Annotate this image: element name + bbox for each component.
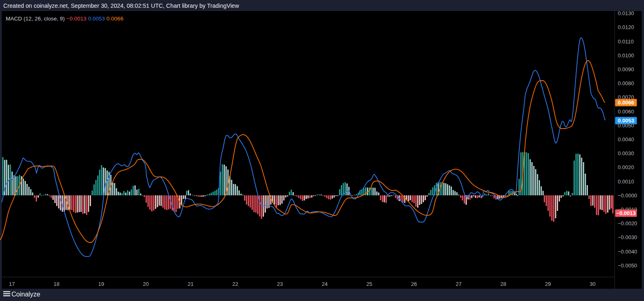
svg-text:26: 26 [411, 281, 417, 287]
svg-text:0.0090: 0.0090 [618, 66, 634, 72]
svg-text:19: 19 [98, 281, 104, 287]
svg-text:0.0053: 0.0053 [618, 118, 634, 124]
svg-text:MACD (12, 26, close, 9) −0.00: MACD (12, 26, close, 9) −0.0013 0.0053 0… [6, 16, 123, 22]
svg-text:17: 17 [9, 281, 15, 287]
svg-text:0.0020: 0.0020 [618, 164, 634, 170]
svg-text:−0.0000: −0.0000 [618, 192, 637, 199]
svg-text:21: 21 [188, 281, 193, 287]
svg-text:0.0120: 0.0120 [618, 24, 634, 30]
svg-text:0.0100: 0.0100 [618, 52, 634, 59]
svg-text:−0.0020: −0.0020 [618, 220, 637, 226]
svg-text:30: 30 [590, 281, 595, 287]
svg-text:Coinalyze: Coinalyze [11, 291, 40, 298]
svg-text:0.0080: 0.0080 [618, 80, 634, 86]
svg-text:0.0130: 0.0130 [618, 10, 634, 16]
svg-text:0.0030: 0.0030 [618, 150, 634, 156]
svg-text:0.0010: 0.0010 [618, 179, 634, 185]
svg-text:−0.0040: −0.0040 [618, 249, 637, 255]
svg-text:28: 28 [500, 281, 506, 287]
svg-text:20: 20 [143, 281, 149, 287]
svg-text:0.0060: 0.0060 [618, 109, 634, 115]
svg-text:−0.0030: −0.0030 [618, 234, 637, 240]
svg-text:−0.0013: −0.0013 [616, 210, 635, 216]
svg-text:0.0040: 0.0040 [618, 136, 634, 143]
svg-text:0.0066: 0.0066 [618, 100, 634, 106]
svg-text:22: 22 [232, 281, 238, 287]
svg-text:25: 25 [366, 281, 372, 287]
svg-text:Created on coinalyze.net, Sept: Created on coinalyze.net, September 30, … [3, 2, 239, 9]
svg-text:0.0110: 0.0110 [618, 38, 634, 45]
svg-text:29: 29 [545, 281, 551, 287]
svg-text:27: 27 [456, 281, 461, 287]
svg-text:−0.0050: −0.0050 [618, 263, 637, 269]
svg-text:23: 23 [277, 281, 283, 287]
svg-text:24: 24 [322, 281, 327, 287]
svg-text:18: 18 [54, 281, 59, 287]
